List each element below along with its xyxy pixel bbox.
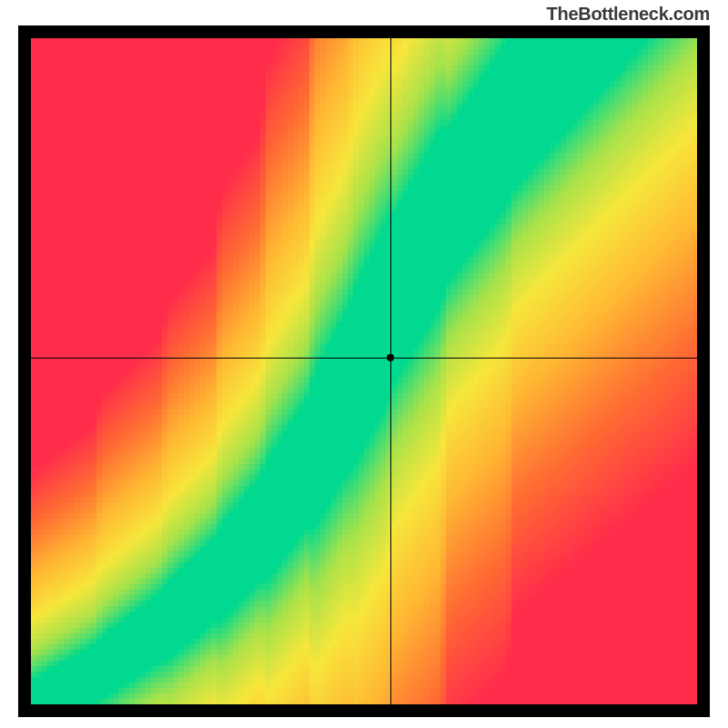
- crosshair-vertical: [390, 25, 391, 717]
- crosshair-horizontal: [18, 358, 710, 359]
- heatmap-canvas: [18, 25, 710, 717]
- heatmap-frame: [18, 25, 710, 717]
- watermark-text: TheBottleneck.com: [547, 4, 710, 25]
